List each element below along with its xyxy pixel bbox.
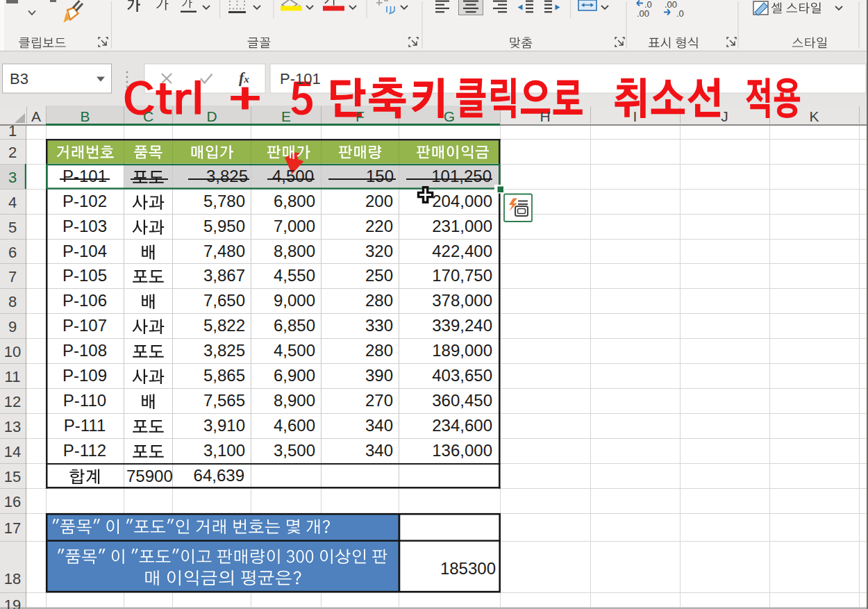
svg-text:.00: .00 <box>637 8 649 19</box>
svg-text:.0: .0 <box>676 8 684 19</box>
svg-text:.00: .00 <box>665 0 677 10</box>
